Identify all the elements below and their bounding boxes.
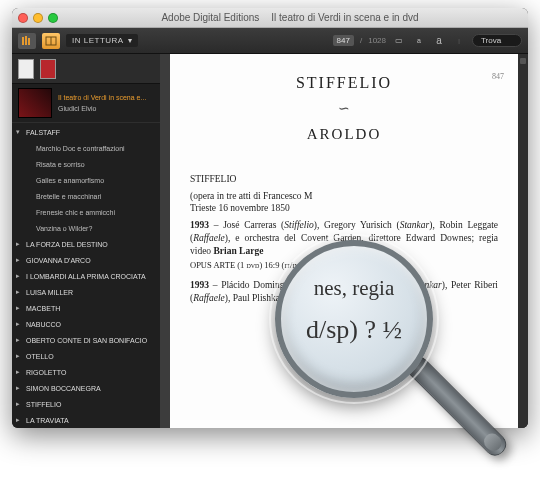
toc-parent-item[interactable]: GIOVANNA D'ARCO bbox=[12, 253, 160, 269]
toc-parent-item[interactable]: FALSTAFF bbox=[12, 125, 160, 141]
page-viewport: 847 STIFFELIO ∽ AROLDO STIFFELIO (opera … bbox=[160, 54, 528, 428]
toc-parent-item[interactable]: STIFFELIO bbox=[12, 397, 160, 413]
minimize-button[interactable] bbox=[33, 13, 43, 23]
text-size-down-icon[interactable]: a bbox=[412, 34, 426, 48]
toc-parent-item[interactable]: LA TRAVIATA bbox=[12, 413, 160, 428]
text-size-up-icon[interactable]: a bbox=[432, 34, 446, 48]
zoom-button[interactable] bbox=[48, 13, 58, 23]
entry-1993-credit: OPUS ARTE (1 dvd) 16:9 (it/ing bbox=[190, 260, 498, 271]
toc-child-item[interactable]: Vanzina o Wilder? bbox=[12, 221, 160, 237]
toc-parent-item[interactable]: RIGOLETTO bbox=[12, 365, 160, 381]
section-title: STIFFELIO bbox=[190, 173, 498, 186]
sidebar: Il teatro di Verdi in scena e... Giudici… bbox=[12, 54, 160, 428]
book-author: Giudici Elvio bbox=[58, 105, 154, 112]
entry-1993-carreras: 1993 – José Carreras (Stiffelio), Gregor… bbox=[190, 219, 498, 257]
toc-child-item[interactable]: Galles e anamorfismo bbox=[12, 173, 160, 189]
reading-view-icon[interactable] bbox=[42, 33, 60, 49]
toc-parent-item[interactable]: OBERTO CONTE DI SAN BONIFACIO bbox=[12, 333, 160, 349]
window-title: Adobe Digital Editions Il teatro di Verd… bbox=[58, 12, 522, 23]
page-thumbnail[interactable] bbox=[40, 59, 56, 79]
toc-child-item[interactable]: Marchio Doc e contraffazioni bbox=[12, 141, 160, 157]
page-content: 847 STIFFELIO ∽ AROLDO STIFFELIO (opera … bbox=[170, 54, 518, 428]
svg-rect-1 bbox=[25, 36, 27, 45]
book-title: Il teatro di Verdi in scena e... bbox=[58, 94, 154, 102]
chevron-down-icon: ▾ bbox=[128, 36, 133, 45]
page-scrollbar[interactable] bbox=[518, 54, 528, 428]
page-heading-1: STIFFELIO bbox=[190, 72, 498, 94]
toc-parent-item[interactable]: NABUCCO bbox=[12, 317, 160, 333]
toc-child-item[interactable]: Bretelle e macchinari bbox=[12, 189, 160, 205]
svg-rect-0 bbox=[22, 37, 24, 45]
find-input[interactable]: Trova bbox=[472, 34, 522, 47]
ornament-icon: ∽ bbox=[190, 100, 498, 119]
svg-rect-2 bbox=[28, 38, 30, 45]
thumb-strip bbox=[12, 54, 160, 84]
entry-1993-domingo: 1993 – Plácido Domingo (Stiffelio), Vlad… bbox=[190, 279, 498, 305]
page-separator: / bbox=[360, 36, 362, 45]
toc-child-item[interactable]: Frenesie chic e ammicchi bbox=[12, 205, 160, 221]
page-heading-2: AROLDO bbox=[190, 124, 498, 144]
book-cover bbox=[18, 88, 52, 118]
text-size-indicator-icon: | bbox=[452, 34, 466, 48]
app-window: Adobe Digital Editions Il teatro di Verd… bbox=[12, 8, 528, 428]
toc-parent-item[interactable]: LUISA MILLER bbox=[12, 285, 160, 301]
toc-child-item[interactable]: Risata e sorriso bbox=[12, 157, 160, 173]
fit-page-icon[interactable]: ▭ bbox=[392, 34, 406, 48]
subtitle-line: (opera in tre atti di Francesco M Triest… bbox=[190, 190, 498, 216]
toolbar: IN LETTURA ▾ 847 / 1028 ▭ a a | Trova bbox=[12, 28, 528, 54]
toc-parent-item[interactable]: OTELLO bbox=[12, 349, 160, 365]
traffic-lights bbox=[18, 13, 58, 23]
bookmark-icon[interactable] bbox=[520, 58, 526, 64]
book-info-row[interactable]: Il teatro di Verdi in scena e... Giudici… bbox=[12, 84, 160, 123]
page-current-input[interactable]: 847 bbox=[333, 35, 354, 46]
page-total: 1028 bbox=[368, 36, 386, 45]
page-thumbnail[interactable] bbox=[18, 59, 34, 79]
toc-parent-item[interactable]: MACBETH bbox=[12, 301, 160, 317]
toc-parent-item[interactable]: LA FORZA DEL DESTINO bbox=[12, 237, 160, 253]
titlebar: Adobe Digital Editions Il teatro di Verd… bbox=[12, 8, 528, 28]
main-area: Il teatro di Verdi in scena e... Giudici… bbox=[12, 54, 528, 428]
close-button[interactable] bbox=[18, 13, 28, 23]
toc-parent-item[interactable]: SIMON BOCCANEGRA bbox=[12, 381, 160, 397]
page-number: 847 bbox=[492, 72, 504, 83]
reading-mode-label: IN LETTURA bbox=[72, 36, 124, 45]
toc-parent-item[interactable]: I LOMBARDI ALLA PRIMA CROCIATA bbox=[12, 269, 160, 285]
app-name: Adobe Digital Editions bbox=[161, 12, 259, 23]
doc-name: Il teatro di Verdi in scena e in dvd bbox=[271, 12, 418, 23]
library-view-icon[interactable] bbox=[18, 33, 36, 49]
table-of-contents[interactable]: FALSTAFFMarchio Doc e contraffazioniRisa… bbox=[12, 123, 160, 428]
reading-mode-dropdown[interactable]: IN LETTURA ▾ bbox=[66, 34, 138, 47]
